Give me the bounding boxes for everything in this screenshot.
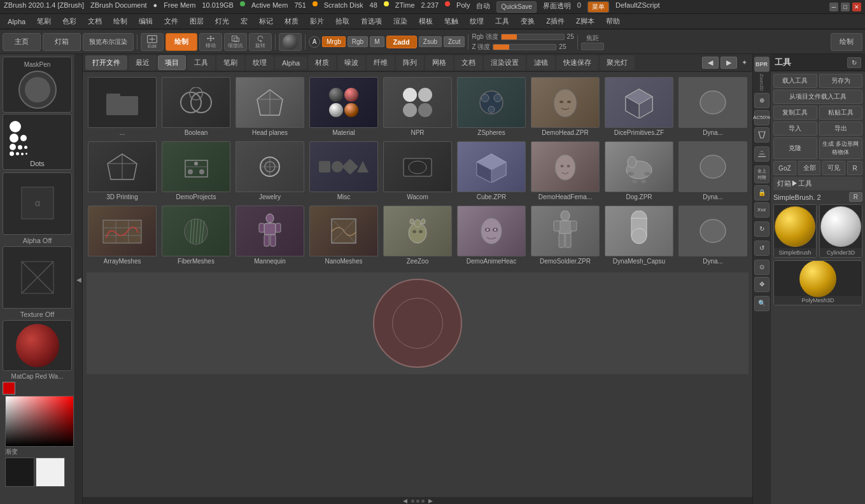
menu-pick[interactable]: 拾取 — [330, 15, 355, 27]
zsub-button[interactable]: Zsub — [419, 36, 442, 47]
dots-brush-preview[interactable]: Dots — [3, 114, 72, 170]
file-item-demoanime[interactable]: DemoAnimeHeac — [456, 204, 527, 266]
tab-tool[interactable]: 工具 — [187, 55, 215, 70]
file-item-mannequin[interactable]: Mannequin — [234, 204, 306, 266]
rotate-icon-btn[interactable]: 旋转 — [249, 33, 272, 51]
tab-mesh[interactable]: 网格 — [425, 55, 453, 70]
menu-alpha[interactable]: Alpha — [3, 17, 31, 27]
mrgb-button[interactable]: Mrgb — [322, 36, 346, 47]
white-swatch[interactable] — [36, 458, 65, 487]
tab-project[interactable]: 项目 — [158, 55, 186, 70]
tools-refresh-button[interactable]: ↻ — [847, 57, 861, 68]
tab-document[interactable]: 文档 — [454, 55, 482, 70]
tab-open-file[interactable]: 打开文件 — [85, 55, 127, 70]
center-button[interactable]: ⊙ — [754, 260, 770, 275]
menu-render[interactable]: 渲染 — [388, 15, 412, 27]
tab-noise[interactable]: 噪波 — [337, 55, 365, 70]
menu-document[interactable]: 文档 — [83, 15, 107, 27]
menu-tool[interactable]: 工具 — [490, 15, 514, 27]
file-item-dog[interactable]: Dog.ZPR — [603, 140, 675, 202]
material-icon-btn[interactable] — [279, 33, 302, 51]
all-button[interactable]: 全部 — [798, 161, 821, 175]
saveas-button[interactable]: 另存为 — [819, 74, 863, 88]
menu-file[interactable]: 文件 — [159, 15, 183, 27]
lock-button[interactable]: 🔒 — [754, 185, 770, 200]
zoom2d-button[interactable]: ⊕ — [754, 93, 770, 108]
render-btn[interactable]: 绘制 — [831, 33, 862, 51]
focal-slider[interactable] — [581, 43, 604, 50]
floor-button[interactable] — [754, 146, 770, 162]
file-item-nanomeshes[interactable]: NanoMeshes — [308, 204, 379, 266]
file-item-zeezoo[interactable]: ZeeZoo — [382, 204, 453, 266]
file-item-cube[interactable]: Cube.ZPR — [456, 140, 527, 202]
menu-light[interactable]: 灯光 — [210, 15, 234, 27]
file-item-dice[interactable]: DicePrimitives.ZF — [603, 76, 675, 137]
tab-filter[interactable]: 滤镜 — [527, 55, 555, 70]
black-swatch[interactable] — [5, 458, 34, 487]
menu-template[interactable]: 模板 — [414, 15, 438, 27]
file-item-demoheadf[interactable]: DemoHeadFema... — [530, 140, 601, 202]
menu-color[interactable]: 色彩 — [57, 15, 81, 27]
file-item-boolean[interactable]: Boolean — [160, 76, 232, 137]
file-item-misc[interactable]: Misc — [308, 140, 379, 202]
menu-draw[interactable]: 绘制 — [108, 15, 132, 27]
nav-prev-button[interactable]: ◀ — [702, 57, 719, 69]
scroll-left-arrow[interactable]: ◀ — [403, 498, 407, 504]
menu-preferences[interactable]: 首选项 — [356, 15, 387, 27]
menu-zscript[interactable]: Z脚本 — [571, 15, 600, 27]
cylinder3d-card[interactable]: Cylinder3D — [819, 204, 862, 258]
polymesh3d-card[interactable]: PolyMesh3D — [773, 260, 862, 305]
file-item-headplanes[interactable]: Head planes — [234, 76, 306, 137]
file-item-demoprojects[interactable]: DemoProjects — [160, 140, 232, 202]
lightbox-button[interactable]: 灯箱 — [43, 33, 81, 51]
ac50-button[interactable]: AC50% — [754, 110, 770, 125]
menu-edit[interactable]: 编辑 — [134, 15, 158, 27]
tab-spotlight[interactable]: 聚光灯 — [600, 55, 635, 70]
menu-movie[interactable]: 影片 — [305, 15, 329, 27]
alpha-off-section[interactable]: α — [3, 172, 72, 235]
zcut-button[interactable]: Zcut — [444, 36, 465, 47]
file-item-dyna1[interactable]: Dyna... — [677, 76, 749, 137]
file-item-demosoldier[interactable]: DemoSoldier.ZPR — [530, 204, 601, 266]
perspective-button[interactable] — [754, 127, 770, 143]
r-label-button[interactable]: R — [849, 192, 862, 202]
a-badge[interactable]: A — [309, 36, 320, 48]
viewport-canvas[interactable] — [373, 279, 462, 368]
menu-zplugin[interactable]: Z插件 — [541, 15, 570, 27]
file-item-dynacap[interactable]: DynaMesh_Capsu — [603, 204, 675, 266]
tab-render-settings[interactable]: 渲染设置 — [484, 55, 526, 70]
tab-brush[interactable]: 笔刷 — [216, 55, 244, 70]
file-item-parent[interactable]: ... — [87, 76, 158, 137]
rotate1-button[interactable]: ↻ — [754, 221, 770, 237]
brush-preview[interactable]: MaskPen — [3, 57, 72, 113]
file-item-jewelry[interactable]: Jewelry — [234, 140, 306, 202]
tab-fiber[interactable]: 纤维 — [367, 55, 395, 70]
close-button[interactable]: ✕ — [852, 3, 861, 11]
rgb-strength-slider[interactable] — [501, 34, 565, 40]
z-strength-slider[interactable] — [493, 44, 556, 50]
m-button[interactable]: M — [370, 36, 384, 47]
search-button[interactable]: 🔍 — [754, 296, 770, 311]
tab-texture[interactable]: 纹理 — [246, 55, 274, 70]
scroll-right-arrow[interactable]: ▶ — [428, 498, 433, 504]
menu-marker[interactable]: 标记 — [254, 15, 278, 27]
file-item-zspheres[interactable]: ZSpheres — [456, 76, 527, 137]
file-item-dyna3[interactable]: Dyna... — [677, 204, 749, 266]
import-button[interactable]: 导入 — [773, 122, 817, 136]
quicksave-button[interactable]: QuickSave — [496, 1, 536, 13]
simplebrush-card[interactable]: SimpleBrush — [773, 204, 817, 258]
scale-icon-btn[interactable]: 缩放比 — [224, 33, 247, 51]
tab-quicksave[interactable]: 快速保存 — [556, 55, 598, 70]
xvz-button[interactable]: Xvz — [754, 202, 770, 218]
file-item-3dprint[interactable]: 3D Printing — [87, 140, 158, 202]
home-button[interactable]: 主页 — [3, 33, 41, 51]
load-tool-button[interactable]: 载入工具 — [773, 74, 817, 88]
lightbox-tools-header[interactable]: 灯箱▶工具 — [773, 177, 862, 190]
from-project-button[interactable]: 从项目文件载入工具 — [773, 90, 862, 104]
maximize-button[interactable]: □ — [841, 3, 850, 11]
tab-recent[interactable]: 最近 — [129, 55, 157, 70]
visible-button[interactable]: 可见 — [822, 161, 845, 175]
paste-tool-button[interactable]: 粘贴工具 — [819, 106, 863, 120]
tab-array[interactable]: 阵列 — [396, 55, 424, 70]
menu-material[interactable]: 材质 — [279, 15, 304, 27]
